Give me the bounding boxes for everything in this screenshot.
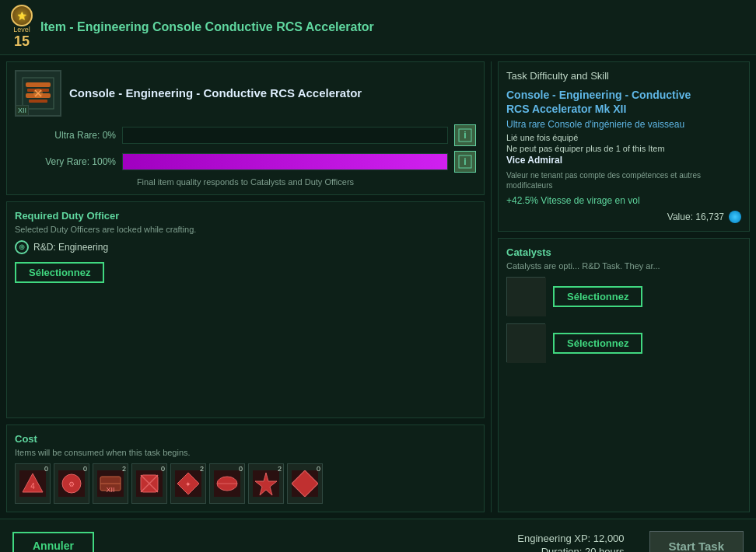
item-detail-rarity: Ultra rare Console d'ingénierie de vaiss… <box>506 119 741 130</box>
cost-item: 0 4 <box>15 463 51 504</box>
catalyst-row-2: Sélectionnez <box>506 323 741 362</box>
dilithium-icon <box>729 211 741 223</box>
level-number: 15 <box>14 34 30 50</box>
cost-item-icon: XII <box>97 470 124 497</box>
left-panel: XII Console - Engineering - Conductive R… <box>0 55 491 519</box>
very-rare-info-button[interactable]: i <box>454 151 476 173</box>
catalyst-select-button-1[interactable]: Sélectionnez <box>553 286 642 307</box>
catalyst-slot-2 <box>506 323 545 362</box>
item-value-text: Value: 16,737 <box>667 211 724 222</box>
ultra-rare-bar <box>122 127 448 144</box>
catalyst-slot-icon-1 <box>507 278 546 316</box>
rnd-label: ⊕ R&D: Engineering <box>15 240 476 254</box>
duration-label: Duration: 20 hours <box>517 546 624 552</box>
svg-text:XII: XII <box>106 486 114 494</box>
cancel-button[interactable]: Annuler <box>12 532 94 552</box>
main-content: XII Console - Engineering - Conductive R… <box>0 55 756 519</box>
rnd-text: R&D: Engineering <box>33 242 108 253</box>
cost-item-icon: 4 <box>19 470 46 497</box>
bottom-bar: Annuler Engineering XP: 12,000 Duration:… <box>0 519 756 552</box>
very-rare-row: Very Rare: 100% i <box>15 151 476 173</box>
item-equip-limit: Ne peut pas équiper plus de 1 of this It… <box>506 144 741 153</box>
cost-desc: Items will be consumed when this task be… <box>15 448 476 457</box>
level-icon: ⭐ <box>11 5 33 26</box>
item-rank: Vice Admiral <box>506 155 741 166</box>
svg-rect-4 <box>29 100 47 103</box>
item-detail-note: Valeur ne tenant pas compte des compéten… <box>506 170 741 190</box>
cost-item: 0 <box>209 463 245 504</box>
quality-section: XII Console - Engineering - Conductive R… <box>6 61 485 195</box>
cost-item-icon <box>292 470 318 497</box>
cost-section: Cost Items will be consumed when this ta… <box>6 424 485 512</box>
svg-rect-1 <box>26 82 51 87</box>
catalyst-row-1: Sélectionnez <box>506 277 741 316</box>
duty-officer-desc: Selected Duty Officers are locked while … <box>15 225 476 234</box>
item-name: Console - Engineering - Conductive RCS A… <box>69 86 362 100</box>
mk-badge: XII <box>16 105 29 115</box>
very-rare-fill <box>123 154 447 169</box>
cost-title: Cost <box>15 433 476 445</box>
xp-info: Engineering XP: 12,000 Duration: 20 hour… <box>517 533 624 552</box>
ultra-rare-label: Ultra Rare: 0% <box>15 130 116 141</box>
cost-item: 0 <box>287 463 323 504</box>
right-panel: Task Difficulty and Skill Console - Engi… <box>492 55 756 519</box>
start-task-button[interactable]: Start Task <box>649 531 744 552</box>
catalysts-desc: Catalysts are opti... R&D Task. They ar.… <box>506 261 741 271</box>
xp-label: Engineering XP: 12,000 <box>517 533 624 544</box>
cost-item: 2 XII <box>93 463 128 504</box>
svg-rect-37 <box>507 324 546 363</box>
very-rare-label: Very Rare: 100% <box>15 156 116 167</box>
svg-text:⚙: ⚙ <box>68 480 75 488</box>
item-bind-line: Lié une fois équipé <box>506 133 741 142</box>
bottom-right: Engineering XP: 12,000 Duration: 20 hour… <box>517 531 744 552</box>
cost-item: 0 <box>131 463 167 504</box>
duty-officer-section: Required Duty Officer Selected Duty Offi… <box>6 201 485 418</box>
quality-rows: Ultra Rare: 0% i Very Rare: 100% i <box>15 124 476 173</box>
cost-item-icon <box>136 470 163 497</box>
quality-note: Final item quality responds to Catalysts… <box>15 177 476 187</box>
cost-item: 0 ⚙ <box>54 463 89 504</box>
cost-item: 2 <box>248 463 284 504</box>
svg-text:i: i <box>464 130 466 141</box>
cost-item-icon <box>214 470 240 497</box>
item-value-row: Value: 16,737 <box>506 211 741 223</box>
item-bonus: +42.5% Vitesse de virage en vol <box>506 195 741 206</box>
window-title: Item - Engineering Console Conductive RC… <box>40 20 374 34</box>
cost-item: 2 ✦ <box>170 463 206 504</box>
cost-item-icon: ✦ <box>175 470 201 497</box>
quality-header: XII Console - Engineering - Conductive R… <box>15 70 476 117</box>
catalyst-slot-1 <box>506 277 545 316</box>
title-bar: ⭐ Level 15 Item - Engineering Console Co… <box>0 0 756 55</box>
duty-officer-title: Required Duty Officer <box>15 210 476 222</box>
task-difficulty-title: Task Difficulty and Skill <box>506 70 741 82</box>
cost-items: 0 4 0 ⚙ 2 XII <box>15 463 476 504</box>
catalysts-title: Catalysts <box>506 246 741 258</box>
very-rare-bar <box>122 153 448 170</box>
svg-text:i: i <box>464 156 466 167</box>
item-icon-box: XII <box>15 70 61 117</box>
svg-rect-36 <box>507 278 546 316</box>
svg-text:4: 4 <box>30 482 35 491</box>
catalyst-slot-icon-2 <box>507 324 546 363</box>
ultra-rare-info-button[interactable]: i <box>454 124 476 146</box>
level-badge: ⭐ Level 15 <box>11 5 33 50</box>
item-detail-name: Console - Engineering - Conductive RCS A… <box>506 88 741 116</box>
rnd-icon: ⊕ <box>15 240 29 254</box>
catalyst-select-button-2[interactable]: Sélectionnez <box>553 333 642 354</box>
cost-item-icon: ⚙ <box>58 470 85 497</box>
catalysts-section: Catalysts Catalysts are opti... R&D Task… <box>498 238 750 512</box>
cost-item-icon <box>253 470 279 497</box>
ultra-rare-row: Ultra Rare: 0% i <box>15 124 476 146</box>
duty-officer-select-button[interactable]: Sélectionnez <box>15 262 104 283</box>
task-difficulty-section: Task Difficulty and Skill Console - Engi… <box>498 61 750 232</box>
svg-text:✦: ✦ <box>185 480 191 488</box>
